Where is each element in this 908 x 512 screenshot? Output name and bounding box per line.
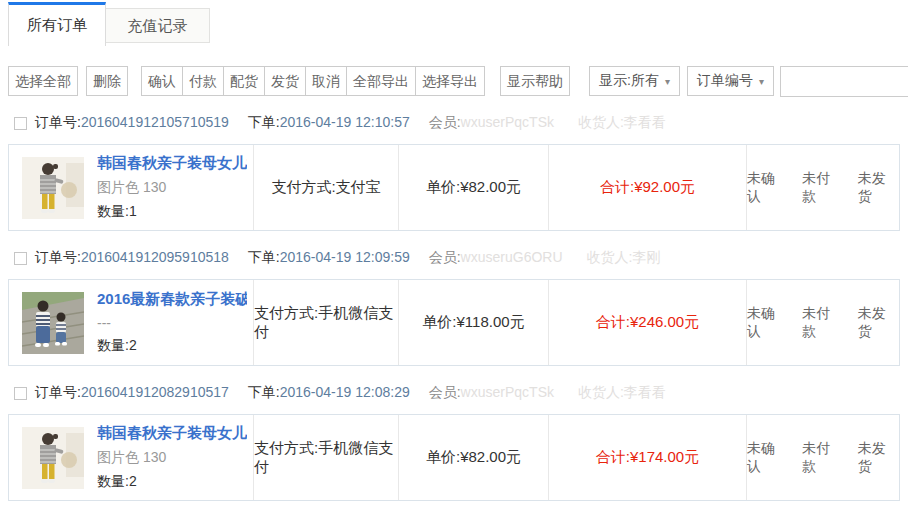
order-consignee: 收货人:李看看 [578, 384, 666, 402]
product-image[interactable] [22, 292, 84, 354]
order-number: 订单号:2016041912095910518 [35, 249, 229, 267]
order-search-input[interactable] [780, 66, 908, 97]
confirm-button[interactable]: 确认 [141, 66, 183, 96]
product-image[interactable] [22, 427, 84, 489]
export-all-button[interactable]: 全部导出 [346, 66, 416, 96]
product-title-link[interactable]: 韩国春秋亲子装母女儿... [97, 424, 247, 443]
product-info: 韩国春秋亲子装母女儿... 图片色 130 数量:2 [97, 424, 247, 491]
status-cell: 未确认 未付款 未发货 [746, 145, 899, 230]
status-unconfirmed: 未确认 [747, 170, 788, 206]
status-unpaid: 未付款 [802, 440, 843, 476]
order-header: 订单号:2016041912095910518 下单:2016-04-19 12… [0, 249, 908, 267]
product-quantity: 数量:2 [97, 473, 247, 491]
product-variant: --- [97, 315, 247, 331]
order-total: 合计:¥246.00元 [548, 280, 746, 365]
order-toolbar: 选择全部 删除 确认 付款 配货 发货 取消 全部导出 选择导出 显示帮助 显示… [0, 66, 908, 96]
order-placed-time: 下单:2016-04-19 12:09:59 [248, 249, 410, 267]
cancel-button[interactable]: 取消 [305, 66, 347, 96]
product-cell: 2016最新春款亲子装破... --- 数量:2 [9, 280, 253, 365]
payment-method: 支付方式:手机微信支付 [253, 415, 398, 500]
order-checkbox[interactable] [14, 387, 27, 400]
export-selected-button[interactable]: 选择导出 [415, 66, 485, 96]
show-filter-label: 显示:所有 [599, 72, 659, 90]
order-row: 韩国春秋亲子装母女儿... 图片色 130 数量:2 支付方式:手机微信支付 单… [8, 414, 900, 501]
status-unpaid: 未付款 [802, 170, 843, 206]
status-unconfirmed: 未确认 [747, 305, 788, 341]
unit-price: 单价:¥118.00元 [398, 280, 548, 365]
delete-button[interactable]: 删除 [86, 66, 128, 96]
product-title-link[interactable]: 2016最新春款亲子装破... [97, 290, 247, 309]
order-action-group: 确认 付款 配货 发货 取消 全部导出 选择导出 [141, 66, 485, 96]
allocate-button[interactable]: 配货 [223, 66, 265, 96]
chevron-down-icon: ▾ [759, 76, 764, 87]
status-cell: 未确认 未付款 未发货 [746, 415, 899, 500]
tab-recharge-records[interactable]: 充值记录 [106, 8, 210, 43]
product-variant: 图片色 130 [97, 449, 247, 467]
chevron-down-icon: ▾ [665, 76, 670, 87]
order-total: 合计:¥174.00元 [548, 415, 746, 500]
order-number: 订单号:2016041912082910517 [35, 384, 229, 402]
status-cell: 未确认 未付款 未发货 [746, 280, 899, 365]
order-number-dropdown[interactable]: 订单编号 ▾ [687, 66, 774, 96]
status-unconfirmed: 未确认 [747, 440, 788, 476]
product-variant: 图片色 130 [97, 179, 247, 197]
ship-button[interactable]: 发货 [264, 66, 306, 96]
product-info: 2016最新春款亲子装破... --- 数量:2 [97, 290, 247, 355]
order-section: 订单号:2016041912095910518 下单:2016-04-19 12… [0, 249, 908, 366]
order-section: 订单号:2016041912105710519 下单:2016-04-19 12… [0, 114, 908, 231]
order-checkbox[interactable] [14, 117, 27, 130]
status-unpaid: 未付款 [802, 305, 843, 341]
order-member: 会员:wxuseruG6ORU [429, 249, 563, 267]
order-consignee: 收货人:李看看 [578, 114, 666, 132]
product-quantity: 数量:1 [97, 203, 247, 221]
show-filter-dropdown[interactable]: 显示:所有 ▾ [589, 66, 680, 96]
unit-price: 单价:¥82.00元 [398, 415, 548, 500]
status-unshipped: 未发货 [858, 440, 899, 476]
order-section: 订单号:2016041912082910517 下单:2016-04-19 12… [0, 384, 908, 501]
status-unshipped: 未发货 [858, 170, 899, 206]
product-cell: 韩国春秋亲子装母女儿... 图片色 130 数量:2 [9, 415, 253, 500]
product-info: 韩国春秋亲子装母女儿童... 图片色 130 数量:1 [97, 154, 247, 221]
order-placed-time: 下单:2016-04-19 12:08:29 [248, 384, 410, 402]
select-all-button[interactable]: 选择全部 [8, 66, 78, 96]
tab-bar: 所有订单 充值记录 [0, 0, 908, 46]
product-title-link[interactable]: 韩国春秋亲子装母女儿童... [97, 154, 247, 173]
order-checkbox[interactable] [14, 252, 27, 265]
order-member: 会员:wxuserPqcTSk [429, 114, 554, 132]
order-header: 订单号:2016041912082910517 下单:2016-04-19 12… [0, 384, 908, 402]
unit-price: 单价:¥82.00元 [398, 145, 548, 230]
order-row: 2016最新春款亲子装破... --- 数量:2 支付方式:手机微信支付 单价:… [8, 279, 900, 366]
order-member: 会员:wxuserPqcTSk [429, 384, 554, 402]
order-header: 订单号:2016041912105710519 下单:2016-04-19 12… [0, 114, 908, 132]
product-cell: 韩国春秋亲子装母女儿童... 图片色 130 数量:1 [9, 145, 253, 230]
product-image[interactable] [22, 157, 84, 219]
order-row: 韩国春秋亲子装母女儿童... 图片色 130 数量:1 支付方式:支付宝 单价:… [8, 144, 900, 231]
show-help-button[interactable]: 显示帮助 [500, 66, 570, 96]
order-number: 订单号:2016041912105710519 [35, 114, 229, 132]
product-quantity: 数量:2 [97, 337, 247, 355]
order-number-filter-label: 订单编号 [697, 72, 753, 90]
order-consignee: 收货人:李刚 [587, 249, 661, 267]
tab-all-orders[interactable]: 所有订单 [8, 2, 106, 46]
status-unshipped: 未发货 [858, 305, 899, 341]
pay-button[interactable]: 付款 [182, 66, 224, 96]
payment-method: 支付方式:支付宝 [253, 145, 398, 230]
payment-method: 支付方式:手机微信支付 [253, 280, 398, 365]
order-total: 合计:¥92.00元 [548, 145, 746, 230]
order-placed-time: 下单:2016-04-19 12:10:57 [248, 114, 410, 132]
